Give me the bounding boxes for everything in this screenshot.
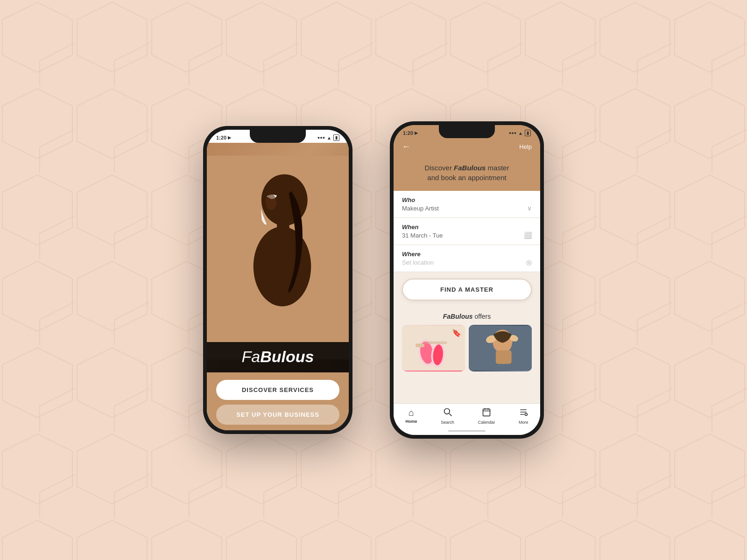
where-placeholder: Set location	[402, 259, 434, 266]
form-section: Who Makeup Artist ∨ When 31 March - Tue …	[394, 191, 540, 272]
notch-1	[250, 130, 306, 143]
person-svg	[207, 143, 349, 372]
search-title-post: master	[486, 164, 509, 172]
more-icon	[519, 407, 528, 419]
hair-image	[469, 325, 532, 371]
brand-fa: Fa	[242, 348, 261, 365]
search-brand: FaBulous	[454, 164, 486, 172]
location-icon-2: ▶	[415, 131, 418, 135]
search-section: Discover FaBulous master and book an app…	[394, 157, 540, 191]
home-indicator-2	[394, 427, 540, 435]
nav-calendar[interactable]: Calendar	[478, 407, 495, 425]
when-label: When	[402, 224, 532, 231]
offer-card-hair[interactable]	[469, 325, 532, 371]
wifi-icon-1: ▲	[327, 135, 331, 140]
offers-grid: 🔖	[402, 325, 532, 371]
bottom-nav: ⌂ Home Search	[394, 403, 540, 427]
svg-rect-13	[416, 343, 424, 347]
home-bar-2	[448, 430, 486, 432]
svg-rect-17	[496, 350, 512, 364]
when-value-row: 31 March - Tue ⬜	[402, 231, 532, 239]
wifi-icon-2: ▲	[518, 131, 523, 136]
battery-icon-1: ▮	[333, 134, 339, 141]
offers-title-post: offers	[473, 313, 491, 320]
battery-icon-2: ▮	[525, 130, 531, 136]
nav-calendar-label: Calendar	[478, 420, 495, 425]
phone1-content: FaBulous DISCOVER SERVICES SET UP YOUR B…	[207, 143, 349, 430]
svg-point-29	[525, 413, 528, 416]
svg-line-21	[449, 413, 451, 416]
svg-rect-22	[483, 409, 490, 416]
phone-1-inner: 1:20 ▶ ●●● ▲ ▮	[207, 130, 349, 430]
when-value: 31 March - Tue	[402, 232, 443, 239]
nav-search[interactable]: Search	[441, 407, 454, 425]
time-1: 1:20 ▶	[216, 135, 231, 140]
offers-section: FaBulous offers	[394, 307, 540, 403]
hero-area: FaBulous	[207, 143, 349, 372]
svg-point-7	[266, 194, 276, 210]
brand-bulous: Bulous	[260, 348, 314, 365]
search-subtitle: and book an appointment	[427, 174, 506, 182]
discover-services-button[interactable]: DISCOVER SERVICES	[216, 380, 339, 400]
status-icons-2: ●●● ▲ ▮	[509, 130, 531, 136]
phone-1: 1:20 ▶ ●●● ▲ ▮	[203, 126, 352, 434]
who-chevron-icon: ∨	[527, 204, 532, 212]
signal-icon-2: ●●●	[509, 131, 516, 135]
help-button[interactable]: Help	[519, 143, 532, 150]
calendar-icon: ⬜	[524, 231, 532, 239]
nav-home[interactable]: ⌂ Home	[405, 407, 417, 425]
status-icons-1: ●●● ▲ ▮	[317, 134, 339, 141]
find-master-button[interactable]: FIND A MASTER	[402, 279, 532, 301]
offers-brand: FaBulous	[443, 313, 473, 320]
brand-overlay: FaBulous	[207, 342, 349, 372]
who-field[interactable]: Who Makeup Artist ∨	[394, 191, 540, 218]
where-value-row: Set location ◎	[402, 259, 532, 266]
calendar-nav-icon	[482, 407, 491, 419]
who-value-row: Makeup Artist ∨	[402, 204, 532, 212]
hero-image: FaBulous	[207, 143, 349, 372]
location-pin-icon: ◎	[526, 259, 532, 266]
nav-more[interactable]: More	[519, 407, 529, 425]
nav-more-label: More	[519, 420, 529, 425]
nav-home-label: Home	[405, 419, 417, 424]
nav-search-label: Search	[441, 420, 454, 425]
back-button[interactable]: ←	[402, 142, 410, 152]
phone2-content: 1:20 ▶ ●●● ▲ ▮ ← Help	[394, 125, 540, 435]
who-label: Who	[402, 196, 532, 203]
svg-rect-14	[424, 342, 447, 344]
signal-icon-1: ●●●	[317, 135, 325, 140]
bookmark-icon[interactable]: 🔖	[452, 329, 461, 337]
where-field[interactable]: Where Set location ◎	[394, 245, 540, 272]
who-value: Makeup Artist	[402, 205, 439, 212]
svg-point-20	[444, 409, 450, 414]
phone-2-inner: 1:20 ▶ ●●● ▲ ▮ ← Help	[394, 125, 540, 435]
where-label: Where	[402, 251, 532, 258]
search-title-pre: Discover	[425, 164, 454, 172]
when-field[interactable]: When 31 March - Tue ⬜	[394, 218, 540, 245]
home-icon: ⌂	[409, 407, 414, 418]
search-title: Discover FaBulous master and book an app…	[402, 163, 532, 182]
notch-2	[439, 125, 495, 138]
time-2: 1:20 ▶	[403, 130, 418, 136]
brand-name-1: FaBulous	[216, 348, 339, 366]
location-icon-1: ▶	[228, 135, 231, 140]
phone-2: 1:20 ▶ ●●● ▲ ▮ ← Help	[390, 121, 544, 439]
offer-card-nails[interactable]: 🔖	[402, 325, 465, 371]
phone1-buttons-area: DISCOVER SERVICES SET UP YOUR BUSINESS	[207, 372, 349, 430]
search-icon	[443, 407, 452, 419]
setup-business-button[interactable]: SET UP YOUR BUSINESS	[216, 405, 339, 425]
phone2-header: ← Help	[394, 138, 540, 157]
phones-container: 1:20 ▶ ●●● ▲ ▮	[203, 121, 544, 439]
offers-title: FaBulous offers	[402, 313, 532, 320]
